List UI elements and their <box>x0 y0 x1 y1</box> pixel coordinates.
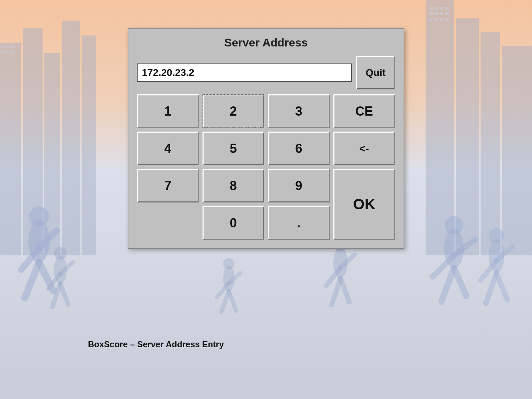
svg-point-59 <box>223 266 234 291</box>
key-8-button[interactable]: 8 <box>203 169 265 203</box>
key-3-button[interactable]: 3 <box>268 94 330 128</box>
keypad: 1 2 3 CE 4 5 6 <- 7 8 9 OK 0 . <box>137 94 395 240</box>
svg-line-38 <box>454 239 475 255</box>
svg-line-33 <box>25 262 39 298</box>
svg-point-41 <box>489 238 504 272</box>
svg-point-35 <box>444 229 464 268</box>
svg-line-43 <box>481 261 497 280</box>
key-1-button[interactable]: 1 <box>137 94 199 128</box>
svg-line-50 <box>340 255 355 268</box>
svg-point-47 <box>333 247 348 278</box>
svg-line-55 <box>48 274 60 289</box>
svg-line-61 <box>217 283 229 297</box>
svg-line-46 <box>497 273 507 300</box>
svg-point-29 <box>28 220 50 262</box>
svg-point-60 <box>223 258 234 270</box>
svg-line-44 <box>497 246 512 261</box>
key-7-button[interactable]: 7 <box>137 169 199 203</box>
top-row: 172.20.23.2 Quit <box>137 56 395 89</box>
key-4-button[interactable]: 4 <box>137 132 199 165</box>
svg-point-36 <box>445 216 463 234</box>
svg-line-62 <box>229 273 240 283</box>
svg-line-63 <box>221 291 229 312</box>
svg-line-58 <box>60 284 68 304</box>
svg-line-40 <box>454 268 466 296</box>
svg-line-51 <box>332 278 340 305</box>
ok-button[interactable]: OK <box>333 169 395 240</box>
address-display: 172.20.23.2 <box>137 63 352 82</box>
key-6-button[interactable]: 6 <box>268 132 330 165</box>
key-2-button[interactable]: 2 <box>203 94 265 128</box>
svg-line-34 <box>39 262 53 291</box>
empty-cell <box>137 206 199 240</box>
svg-line-32 <box>39 231 57 248</box>
svg-point-42 <box>489 228 504 244</box>
svg-point-53 <box>54 255 67 284</box>
server-address-dialog: Server Address 172.20.23.2 Quit 1 2 3 CE… <box>128 28 404 249</box>
svg-line-57 <box>52 284 60 307</box>
svg-point-30 <box>29 206 49 226</box>
backspace-button[interactable]: <- <box>333 132 395 165</box>
svg-line-64 <box>229 291 236 311</box>
svg-line-49 <box>326 268 340 286</box>
key-9-button[interactable]: 9 <box>268 169 330 203</box>
svg-line-37 <box>433 255 454 277</box>
svg-point-54 <box>54 247 67 260</box>
svg-line-52 <box>340 278 349 302</box>
dialog-title: Server Address <box>137 36 395 49</box>
key-0-button[interactable]: 0 <box>203 206 265 240</box>
svg-line-45 <box>486 273 497 303</box>
dot-button[interactable]: . <box>268 206 330 240</box>
svg-line-31 <box>21 248 39 270</box>
svg-line-39 <box>442 268 454 301</box>
quit-button[interactable]: Quit <box>356 56 395 89</box>
page-caption: BoxScore – Server Address Entry <box>88 339 224 349</box>
ce-button[interactable]: CE <box>333 94 395 128</box>
svg-line-56 <box>60 262 73 274</box>
key-5-button[interactable]: 5 <box>203 132 265 165</box>
